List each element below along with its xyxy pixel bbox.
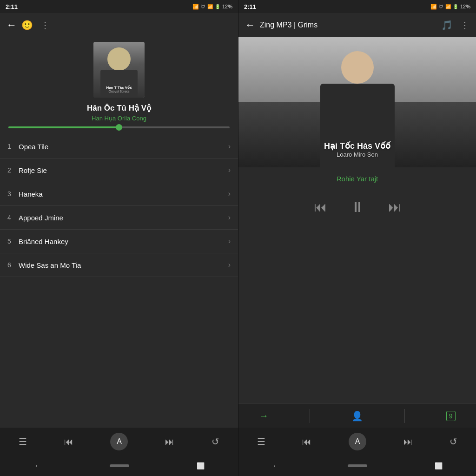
right-art-title: Hại Tốc Hàs Vốố	[238, 141, 476, 151]
right-top-title: Zing MP3 | Grims	[260, 21, 441, 29]
right-player-controls: ⏮ ⏸ ⏭	[238, 189, 476, 225]
left-progress-fill	[8, 126, 119, 128]
emoji-icon[interactable]: 🙂	[21, 20, 33, 31]
left-home-btn[interactable]	[110, 464, 129, 467]
person-body	[100, 70, 138, 98]
playlist-chevron-6: ›	[228, 261, 231, 269]
art-line2: Ouovsi Screcs	[93, 90, 145, 93]
playlist-chevron-5: ›	[228, 237, 231, 245]
shield-icon: 🛡	[201, 4, 205, 9]
playlist-name-1: Opea Tile	[19, 143, 228, 151]
left-back-button[interactable]: ←	[7, 19, 17, 31]
right-wifi-icon: 📶	[430, 4, 437, 10]
right-song-info: Rohie Yar tajt	[238, 167, 476, 189]
right-nav-next[interactable]: ⏭	[403, 436, 413, 447]
right-back-button[interactable]: ←	[245, 19, 255, 31]
art-overlay: Han T Tàc Vốś Ouovsi Screcs	[93, 86, 145, 93]
right-people-icon[interactable]: 👤	[351, 410, 363, 422]
right-nav-center[interactable]: A	[349, 433, 366, 450]
left-sys-nav: ← ⬜	[0, 456, 238, 476]
playlist-chevron-3: ›	[228, 190, 231, 198]
right-sys-nav: ← ⬜	[238, 456, 476, 476]
playlist-item-4[interactable]: 4 Appoed Jmine ›	[0, 206, 238, 230]
more-icon[interactable]: ⋮	[40, 20, 50, 31]
right-home-btn[interactable]	[348, 464, 367, 467]
left-phone-panel: 2:11 📶 🛡 📶 🔋 12% ← 🙂 ⋮ Han T Tàc Vốś Ouo…	[0, 0, 238, 476]
left-nav-loop[interactable]: ↺	[212, 436, 219, 447]
left-album-art-container: Han T Tàc Vốś Ouovsi Screcs Hân Ôc Tû Hậ…	[0, 37, 238, 135]
signal-icon: 📶	[207, 4, 213, 9]
right-album-art: Hại Tốc Hàs Vốố Loaro Miro Son	[238, 37, 476, 167]
right-art-text: Hại Tốc Hàs Vốố Loaro Miro Son	[238, 141, 476, 158]
battery-icon: 🔋	[215, 4, 220, 9]
left-nav-prev[interactable]: ⏮	[64, 436, 73, 447]
left-back-sys[interactable]: ←	[34, 461, 42, 471]
playlist-num-3: 3	[7, 190, 19, 198]
playlist-chevron-1: ›	[228, 142, 231, 151]
left-progress-dot	[116, 124, 122, 131]
right-quality-badge[interactable]: 9	[446, 411, 456, 421]
right-signal-icon: 📶	[445, 4, 451, 9]
right-song-status: Rohie Yar tajt	[337, 175, 378, 183]
right-top-icons: 🎵 ⋮	[441, 20, 469, 31]
right-divider-2	[404, 409, 405, 423]
left-nav-next[interactable]: ⏭	[165, 436, 174, 447]
right-next-button[interactable]: ⏭	[388, 199, 401, 215]
right-nav-prev[interactable]: ⏮	[302, 436, 311, 447]
art-line1: Han T Tàc Vốś	[93, 86, 145, 90]
wifi-icon: 📶	[192, 4, 199, 10]
right-nav-loop[interactable]: ↺	[450, 436, 457, 447]
playlist-item-5[interactable]: 5 Briâned Hankey ›	[0, 230, 238, 253]
battery-percent: 12%	[222, 4, 232, 9]
right-extra-controls: → 👤 9	[238, 403, 476, 428]
left-nav-center[interactable]: A	[110, 433, 128, 450]
right-person-head	[341, 51, 374, 84]
playlist-name-3: Haneka	[19, 190, 228, 198]
left-status-icons: 📶 🛡 📶 🔋 12%	[192, 4, 232, 10]
left-bottom-nav: ☰ ⏮ A ⏭ ↺	[0, 428, 238, 456]
right-spacer	[238, 225, 476, 403]
right-top-bar: ← Zing MP3 | Grims 🎵 ⋮	[238, 13, 476, 37]
left-top-bar: ← 🙂 ⋮	[0, 13, 238, 37]
right-phone-panel: 2:11 📶 🛡 📶 🔋 12% ← Zing MP3 | Grims 🎵 ⋮	[238, 0, 476, 476]
right-recent-btn[interactable]: ⬜	[435, 462, 443, 469]
left-playlist: 1 Opea Tile › 2 Rofje Sie › 3 Haneka › 4…	[0, 135, 238, 428]
playlist-item-6[interactable]: 6 Wide Sas an Mo Tia ›	[0, 253, 238, 277]
playlist-chevron-2: ›	[228, 166, 231, 174]
left-nav-list[interactable]: ☰	[19, 436, 27, 447]
right-art-subtitle: Loaro Miro Son	[238, 151, 476, 158]
left-progress-bar[interactable]	[8, 126, 230, 128]
right-status-bar: 2:11 📶 🛡 📶 🔋 12%	[238, 0, 476, 13]
right-emoji-icon[interactable]: 🎵	[441, 20, 453, 31]
left-song-artist: Han Hụa Oriia Cong	[92, 115, 146, 122]
left-album-art: Han T Tàc Vốś Ouovsi Screcs	[93, 42, 145, 98]
playlist-name-2: Rofje Sie	[19, 166, 228, 174]
playlist-num-5: 5	[7, 238, 19, 245]
right-shuffle-icon[interactable]: →	[259, 410, 268, 421]
playlist-item-3[interactable]: 3 Haneka ›	[0, 182, 238, 206]
right-status-time: 2:11	[244, 3, 256, 10]
left-progress-container[interactable]	[0, 126, 238, 128]
right-prev-button[interactable]: ⏮	[314, 199, 327, 215]
right-divider-1	[310, 409, 310, 423]
playlist-num-1: 1	[7, 143, 19, 150]
left-status-bar: 2:11 📶 🛡 📶 🔋 12%	[0, 0, 238, 13]
right-back-sys[interactable]: ←	[272, 461, 280, 471]
playlist-name-6: Wide Sas an Mo Tia	[19, 261, 228, 269]
left-top-icons: 🙂 ⋮	[21, 20, 50, 31]
right-battery-icon: 🔋	[453, 4, 458, 9]
playlist-num-2: 2	[7, 166, 19, 174]
left-recent-btn[interactable]: ⬜	[197, 462, 205, 469]
right-nav-list[interactable]: ☰	[257, 436, 265, 447]
playlist-num-6: 6	[7, 261, 19, 269]
playlist-name-5: Briâned Hankey	[19, 238, 228, 245]
left-song-title: Hân Ôc Tû Hậ Vộ	[87, 103, 151, 113]
right-shield-icon: 🛡	[439, 4, 443, 9]
right-pause-button[interactable]: ⏸	[350, 198, 365, 216]
playlist-item-2[interactable]: 2 Rofje Sie ›	[0, 159, 238, 182]
right-battery-percent: 12%	[460, 4, 470, 9]
playlist-num-4: 4	[7, 214, 19, 221]
playlist-item-1[interactable]: 1 Opea Tile ›	[0, 135, 238, 159]
right-status-icons: 📶 🛡 📶 🔋 12%	[430, 4, 470, 10]
right-more-icon[interactable]: ⋮	[460, 20, 469, 31]
